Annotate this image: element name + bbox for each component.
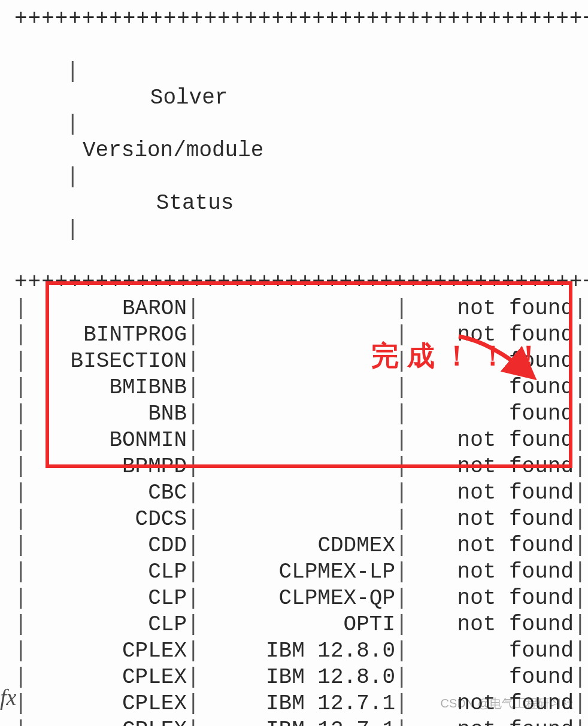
column-divider: | — [187, 480, 198, 506]
cell-status: found — [406, 348, 574, 375]
fx-label: fx — [0, 684, 16, 710]
column-divider: | — [66, 217, 77, 243]
column-divider: | — [574, 559, 584, 585]
header-row: | Solver | Version/module | Status | — [14, 32, 574, 269]
cell-status: not found — [406, 506, 574, 533]
column-divider: | — [14, 322, 25, 348]
column-divider: | — [14, 375, 25, 401]
column-divider: | — [14, 454, 25, 480]
table-row: |BINTPROG||not found| — [14, 322, 574, 348]
cell-version: IBM 12.7.1 — [198, 717, 395, 726]
table-row: |CLP|CLPMEX-QP|not found| — [14, 585, 574, 612]
cell-solver: BARON — [25, 296, 187, 322]
cell-version: IBM 12.8.0 — [198, 638, 395, 664]
column-divider: | — [14, 506, 25, 533]
column-divider: | — [395, 612, 406, 638]
cell-status: found — [406, 664, 574, 691]
top-ruler: ++++++++++++++++++++++++++++++++++++++++… — [14, 6, 574, 32]
cell-version: CLPMEX-LP — [198, 559, 395, 585]
cell-status: not found — [406, 322, 574, 348]
cell-status: not found — [406, 533, 574, 559]
cell-solver: CPLEX — [25, 717, 187, 726]
column-divider: | — [187, 664, 198, 691]
column-divider: | — [14, 401, 25, 427]
column-divider: | — [187, 427, 198, 454]
column-divider: | — [395, 638, 406, 664]
column-divider: | — [395, 454, 406, 480]
cell-status: not found — [406, 559, 574, 585]
cell-solver: BINTPROG — [25, 322, 187, 348]
header-version: Version/module — [66, 138, 263, 164]
column-divider: | — [14, 480, 25, 506]
table-row: |BMIBNB||found| — [14, 375, 574, 401]
column-divider: | — [395, 691, 406, 717]
column-divider: | — [395, 375, 406, 401]
table-row: |CDCS||not found| — [14, 506, 574, 533]
table-row: |CPLEX|IBM 12.8.0|found| — [14, 638, 574, 664]
column-divider: | — [574, 691, 584, 717]
cell-status: not found — [406, 612, 574, 638]
column-divider: | — [395, 717, 406, 726]
column-divider: | — [187, 638, 198, 664]
solver-status-listing: ++++++++++++++++++++++++++++++++++++++++… — [0, 0, 588, 726]
column-divider: | — [574, 322, 584, 348]
cell-version: CLPMEX-QP — [198, 585, 395, 612]
column-divider: | — [187, 401, 198, 427]
table-row: |CLP|OPTI|not found| — [14, 612, 574, 638]
column-divider: | — [187, 585, 198, 612]
table-row: |CDD|CDDMEX|not found| — [14, 533, 574, 559]
column-divider: | — [574, 664, 584, 691]
table-row: |BISECTION||found| — [14, 348, 574, 375]
header-solver: Solver — [66, 85, 228, 111]
column-divider: | — [395, 585, 406, 612]
cell-status: not found — [406, 454, 574, 480]
column-divider: | — [187, 348, 198, 375]
cell-solver: BONMIN — [25, 427, 187, 454]
solver-rows: |BARON||not found||BINTPROG||not found||… — [14, 296, 574, 726]
column-divider: | — [395, 322, 406, 348]
cell-solver: CLP — [25, 585, 187, 612]
cell-status: not found — [406, 296, 574, 322]
column-divider: | — [395, 506, 406, 533]
column-divider: | — [14, 559, 25, 585]
cell-status: found — [406, 375, 574, 401]
column-divider: | — [574, 348, 584, 375]
column-divider: | — [574, 585, 584, 612]
cell-solver: CDD — [25, 533, 187, 559]
column-divider: | — [187, 375, 198, 401]
column-divider: | — [395, 664, 406, 691]
column-divider: | — [66, 164, 77, 190]
column-divider: | — [14, 585, 25, 612]
column-divider: | — [187, 454, 198, 480]
cell-status: not found — [406, 585, 574, 612]
column-divider: | — [395, 401, 406, 427]
header-status: Status — [66, 190, 234, 217]
table-row: |CBC||not found| — [14, 480, 574, 506]
column-divider: | — [187, 612, 198, 638]
cell-version: IBM 12.7.1 — [198, 691, 395, 717]
cell-solver: CDCS — [25, 506, 187, 533]
column-divider: | — [395, 480, 406, 506]
cell-solver: CLP — [25, 612, 187, 638]
mid-ruler: ++++++++++++++++++++++++++++++++++++++++… — [14, 269, 574, 296]
column-divider: | — [187, 322, 198, 348]
column-divider: | — [574, 480, 584, 506]
column-divider: | — [574, 454, 584, 480]
column-divider: | — [14, 533, 25, 559]
column-divider: | — [187, 506, 198, 533]
column-divider: | — [187, 533, 198, 559]
cell-version: IBM 12.8.0 — [198, 664, 395, 691]
column-divider: | — [187, 296, 198, 322]
cell-status: found — [406, 401, 574, 427]
column-divider: | — [574, 427, 584, 454]
cell-status: not found — [406, 691, 574, 717]
cell-solver: CBC — [25, 480, 187, 506]
column-divider: | — [395, 348, 406, 375]
table-row: |CPLEX|IBM 12.8.0|found| — [14, 664, 574, 691]
cell-version: OPTI — [198, 612, 395, 638]
cell-status: not found — [406, 427, 574, 454]
table-row: |BNB||found| — [14, 401, 574, 427]
cell-solver: BNB — [25, 401, 187, 427]
table-row: |BPMPD||not found| — [14, 454, 574, 480]
cell-status: not found — [406, 480, 574, 506]
